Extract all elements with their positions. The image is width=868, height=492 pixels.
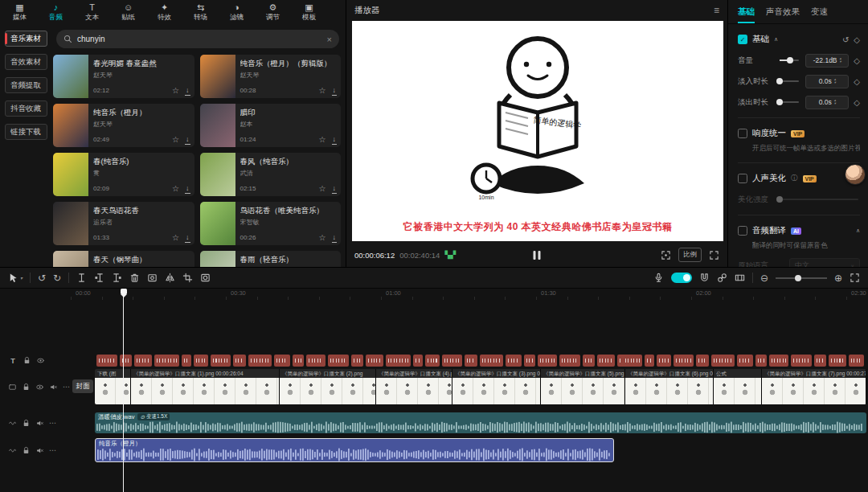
delete-left-icon[interactable]: [94, 273, 104, 283]
select-tool[interactable]: ▾: [8, 273, 23, 283]
search-input[interactable]: chunyin: [77, 35, 322, 43]
download-icon[interactable]: ↓: [186, 87, 190, 94]
text-clip[interactable]: [306, 355, 326, 367]
text-clip[interactable]: [524, 355, 535, 367]
text-clip[interactable]: [849, 355, 864, 367]
text-clip[interactable]: [120, 355, 132, 367]
collapse-icon[interactable]: ∧: [774, 36, 778, 43]
text-clip[interactable]: [657, 355, 671, 367]
text-clip[interactable]: [829, 355, 846, 367]
more-icon[interactable]: ⋯: [49, 419, 57, 427]
text-clip[interactable]: [480, 355, 503, 367]
more-icon[interactable]: ⋯: [49, 446, 57, 454]
text-clip[interactable]: [134, 355, 152, 367]
text-clip[interactable]: [154, 355, 179, 367]
video-segment[interactable]: 公式: [714, 369, 762, 404]
redo-icon[interactable]: ↻: [53, 273, 61, 283]
text-clip[interactable]: [96, 355, 117, 367]
mask-icon[interactable]: [200, 273, 211, 283]
cover-clip[interactable]: 封面: [72, 379, 93, 393]
favorite-icon[interactable]: ☆: [319, 233, 326, 242]
download-icon[interactable]: ↓: [186, 136, 190, 143]
fade-in-value-box[interactable]: 0.0s ▴▾: [805, 75, 849, 88]
clear-search-icon[interactable]: ×: [327, 35, 332, 44]
audio-translate-checkbox[interactable]: [738, 226, 747, 236]
timeline-ruler[interactable]: 00:0000:3001:0001:3002:0002:30: [71, 289, 868, 300]
search-bar[interactable]: chunyin ×: [56, 30, 339, 48]
volume-stepper[interactable]: ▴▾: [840, 57, 841, 64]
mute-icon[interactable]: [35, 446, 44, 455]
fit-timeline-icon[interactable]: [850, 273, 860, 283]
eye-icon[interactable]: [36, 356, 45, 365]
volume-keyframe-icon[interactable]: ◇: [854, 56, 860, 65]
music-card[interactable]: 春天（钢琴曲）纯音乐InsTune☆↓: [53, 251, 194, 267]
volume-slider[interactable]: [780, 59, 799, 61]
sidebar-item-music[interactable]: 音乐素材: [5, 31, 47, 47]
video-clip-strip[interactable]: 下载 (图《简单的逻辑学》口播文案 (1).png 00:00:26:04《简单…: [95, 369, 866, 404]
split-icon[interactable]: [76, 273, 87, 283]
top-tab-adjust[interactable]: ⚙调节: [255, 2, 291, 23]
text-clip[interactable]: [293, 355, 304, 367]
voice-beautify-checkbox[interactable]: [738, 174, 747, 183]
favorite-icon[interactable]: ☆: [172, 233, 179, 242]
undo-icon[interactable]: ↺: [38, 273, 46, 283]
timeline-zoom-slider[interactable]: [776, 277, 827, 279]
fade-out-value-box[interactable]: 0.0s ▴▾: [805, 96, 849, 109]
music-card[interactable]: 春雨（轻音乐）☆↓: [200, 251, 342, 267]
video-segment[interactable]: 下载 (图: [95, 369, 131, 404]
fade-out-keyframe-icon[interactable]: ◇: [854, 98, 860, 107]
favorite-icon[interactable]: ☆: [319, 184, 326, 193]
mirror-icon[interactable]: [165, 273, 175, 283]
text-clip[interactable]: [645, 355, 654, 367]
top-tab-template[interactable]: ▣模板: [291, 2, 327, 23]
fade-in-slider[interactable]: [780, 80, 799, 82]
download-icon[interactable]: ↓: [333, 87, 337, 94]
sidebar-item-douyin[interactable]: 抖音收藏: [5, 100, 47, 117]
delete-icon[interactable]: [129, 273, 140, 283]
music-card[interactable]: 纯音乐（橙月）赵天琴02:49☆↓: [53, 104, 194, 147]
top-tab-media[interactable]: ▦媒体: [2, 2, 38, 23]
text-clip[interactable]: [755, 355, 767, 367]
favorite-icon[interactable]: ☆: [172, 184, 179, 193]
lock-icon[interactable]: [23, 356, 31, 365]
source-language-select[interactable]: 中文 ∨: [789, 258, 860, 267]
delete-right-icon[interactable]: [112, 273, 122, 283]
music-card[interactable]: 春天鸟语花香追乐者01:33☆↓: [53, 202, 194, 245]
text-clip[interactable]: [442, 355, 462, 367]
volume-value-box[interactable]: -22.1dB ▴▾: [805, 54, 849, 68]
lock-icon[interactable]: [22, 383, 31, 392]
text-clip[interactable]: [366, 355, 383, 367]
text-clip[interactable]: [211, 355, 231, 367]
text-clip[interactable]: [386, 355, 411, 367]
video-segment[interactable]: 《简单的逻辑学》口播文案 (5).png: [541, 369, 625, 404]
inspector-tab-0[interactable]: 基础: [738, 6, 755, 23]
mute-icon[interactable]: [49, 383, 58, 392]
video-segment[interactable]: 《简单的逻辑学》口播文案 (4).p: [376, 369, 452, 404]
text-clip[interactable]: [248, 355, 272, 367]
text-clip[interactable]: [769, 355, 788, 367]
player-menu-icon[interactable]: ≡: [714, 5, 719, 16]
text-clip[interactable]: [791, 355, 812, 367]
pause-button[interactable]: [534, 251, 541, 260]
music-card[interactable]: 腊印赵本01:24☆↓: [200, 104, 342, 147]
ratio-button[interactable]: 比例: [678, 248, 702, 262]
fade-in-keyframe-icon[interactable]: ◇: [854, 77, 860, 86]
text-clip[interactable]: [233, 355, 246, 367]
zoom-in-icon[interactable]: ⊕: [834, 273, 842, 283]
safe-area-icon[interactable]: ▚▞: [444, 251, 456, 259]
sidebar-item-extract[interactable]: 音频提取: [5, 77, 47, 93]
text-clip[interactable]: [413, 355, 423, 367]
user-avatar[interactable]: [845, 164, 866, 185]
video-segment[interactable]: 《简单的逻辑学》口播文案 (2).png: [280, 369, 376, 404]
download-icon[interactable]: ↓: [333, 136, 337, 143]
freeze-frame-icon[interactable]: [147, 273, 158, 283]
video-canvas[interactable]: 简单的逻辑学 10min 它被香港中文大学列为 40 本英文经典哈佛书店奉为皇冠…: [352, 21, 723, 241]
music-card[interactable]: 春(纯音乐)黄02:09☆↓: [53, 153, 194, 196]
music-card[interactable]: 鸟语花香（唯美纯音乐）宋智敏00:26☆↓: [200, 202, 342, 245]
info-icon[interactable]: ⓘ: [791, 174, 798, 183]
text-clip[interactable]: [711, 355, 735, 367]
fade-in-stepper[interactable]: ▴▾: [834, 78, 836, 84]
main-track-magnet-toggle[interactable]: [671, 273, 692, 283]
preview-axis-icon[interactable]: [735, 273, 745, 283]
crop-icon[interactable]: [182, 273, 193, 283]
